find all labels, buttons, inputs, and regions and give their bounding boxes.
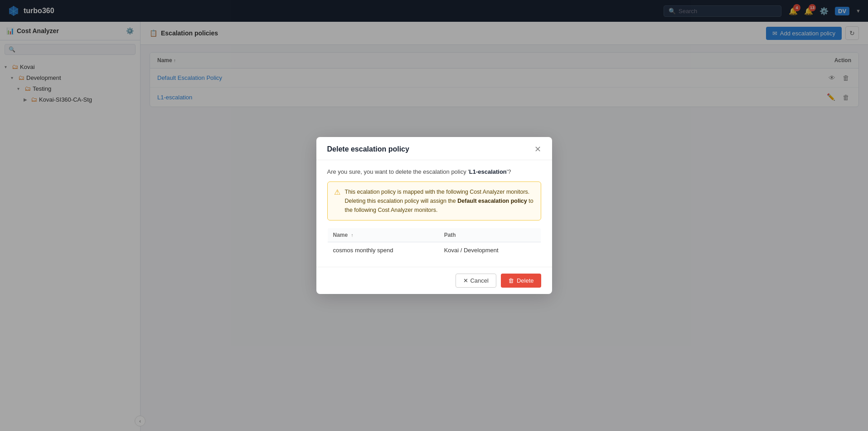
cancel-icon: ✕ xyxy=(463,277,468,284)
modal-overlay[interactable]: Delete escalation policy ✕ Are you sure,… xyxy=(0,0,868,431)
warning-box: ⚠ This ecalation policy is mapped with t… xyxy=(327,181,541,220)
delete-modal: Delete escalation policy ✕ Are you sure,… xyxy=(316,137,552,294)
modal-header: Delete escalation policy ✕ xyxy=(316,137,552,160)
modal-table-col-path: Path xyxy=(439,228,541,242)
modal-table-cell-name: cosmos monthly spend xyxy=(327,242,439,259)
warning-bold: Default esacalation policy xyxy=(457,198,527,204)
modal-footer: ✕ Cancel 🗑 Delete xyxy=(316,267,552,294)
confirm-text-after: '? xyxy=(507,168,511,175)
warning-icon: ⚠ xyxy=(334,188,340,215)
modal-close-button[interactable]: ✕ xyxy=(534,145,541,153)
delete-button[interactable]: 🗑 Delete xyxy=(501,274,541,288)
modal-body: Are you sure, you want to delete the esc… xyxy=(316,160,552,267)
modal-table-row: cosmos monthly spend Kovai / Development xyxy=(327,242,541,259)
confirm-text-before: Are you sure, you want to delete the esc… xyxy=(327,168,469,175)
sort-icon-modal-name: ↑ xyxy=(351,233,354,238)
modal-table-cell-path: Kovai / Development xyxy=(439,242,541,259)
confirm-policy-name: L1-escalation xyxy=(469,168,507,175)
trash-icon: 🗑 xyxy=(508,277,514,284)
modal-confirm-text: Are you sure, you want to delete the esc… xyxy=(327,168,541,175)
modal-monitors-table: Name ↑ Path cosmos monthly spend Kovai /… xyxy=(327,228,541,259)
warning-text: This ecalation policy is mapped with the… xyxy=(345,187,534,215)
cancel-button[interactable]: ✕ Cancel xyxy=(456,274,496,288)
modal-title: Delete escalation policy xyxy=(327,145,409,153)
modal-table-col-name: Name ↑ xyxy=(327,228,439,242)
